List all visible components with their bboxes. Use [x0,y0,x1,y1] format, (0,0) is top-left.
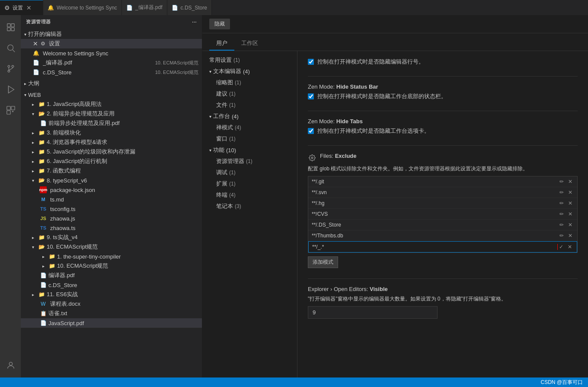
nav-common-settings[interactable]: 常用设置 (1) [202,54,297,66]
nav-zen-mode-label: 禅模式 [216,124,233,131]
exclude-item-cvs-edit[interactable]: ✏ [558,211,565,217]
exclude-item-hg-edit[interactable]: ✏ [558,200,565,207]
exclude-item-git-delete[interactable]: ✕ [567,178,574,185]
add-pattern-button[interactable]: 添加模式 [308,256,338,268]
nav-minimap[interactable]: 缩略图 (1) [202,77,297,88]
files-exclude-prefix: Files: [320,153,335,159]
file-zhaowa-js-icon: JS [40,215,47,222]
nav-features[interactable]: ▾ 功能 (10) [202,144,297,156]
file-async-pdf[interactable]: 📄 前端异步处理规范及应用.pdf [21,118,202,128]
nav-text-editor[interactable]: ▾ 文本编辑器 (4) [202,66,297,77]
exclude-item-hg-delete[interactable]: ✕ [567,200,574,207]
outline-title[interactable]: ▸ 大纲 [21,79,202,88]
folder-async[interactable]: ▾ 📂 2. 前端异步处理规范及应用 [21,109,202,118]
folder-browser-events[interactable]: ▸ 📁 4. 浏览器事件模型&请求 [21,138,202,147]
file-c-ds-store[interactable]: 📄 c.DS_Store [21,280,202,290]
nav-explorer[interactable]: 资源管理器 (1) [202,156,297,167]
exclude-item-git-edit[interactable]: ✏ [558,178,565,185]
nav-window[interactable]: 窗口 (1) [202,133,297,144]
folder-es6[interactable]: ▸ 📁 11. ES6实战 [21,290,202,299]
nav-suggest-badge: (1) [229,91,236,97]
tab-ds-store[interactable]: 📄 c.DS_Store [167,0,212,15]
file-course-docx-icon: W [40,301,47,307]
zen-line-numbers-checkbox[interactable] [308,59,314,65]
file-package-lock[interactable]: npm package-lock.json [21,185,202,195]
tab-welcome-sync[interactable]: 🔔 Welcome to Settings Sync [43,0,122,15]
nav-extensions-nav[interactable]: 扩展 (1) [202,178,297,189]
nav-terminal[interactable]: 终端 (4) [202,189,297,201]
open-editor-settings[interactable]: ✕ ⚙ 设置 [21,39,202,48]
nav-debug[interactable]: 调试 (1) [202,167,297,178]
file-ts-md[interactable]: M ts.md [21,195,202,204]
nav-files[interactable]: 文件 (1) [202,99,297,111]
folder-ecmascript-sub[interactable]: ▸ 📁 10. ECMAScript规范 [21,261,202,271]
exclude-item-editing-confirm[interactable]: ✓ [558,243,565,250]
activity-explorer-icon[interactable] [2,19,19,36]
explorer-open-editors-input[interactable] [308,306,438,319]
web-title[interactable]: ▾ WEB [21,90,202,99]
settings-tab-icon: ⚙ [4,4,10,11]
activity-source-control-icon[interactable] [2,60,19,77]
file-javascript-pdf[interactable]: 📄 JavaScript.pdf [21,318,202,328]
exclude-item-thumbs-delete[interactable]: ✕ [567,232,574,239]
nav-notebook[interactable]: 笔记本 (3) [202,201,297,212]
sidebar-more-icon[interactable]: ··· [192,19,197,25]
activity-extensions-icon[interactable] [2,102,19,119]
explorer-open-editors-header: Explorer › Open Editors: Visible [308,286,578,292]
file-yaque-txt[interactable]: 📋 语雀.txt [21,309,202,318]
folder-runtime-icon: 📁 [38,158,45,165]
nav-workbench[interactable]: ▾ 工作台 (4) [202,111,297,122]
folder-js-advanced[interactable]: ▸ 📁 1. JavaScript高级用法 [21,99,202,109]
exclude-item-thumbs-edit[interactable]: ✏ [558,232,565,239]
exclude-item-ds-store-actions: ✏ ✕ [558,221,574,228]
folder-functional-label: 7. 函数式编程 [47,167,198,175]
tab-user[interactable]: 用户 [209,37,234,51]
open-editor-ds-store[interactable]: 📄 c.DS_Store 10. ECMAScript规范 [21,67,202,77]
tab-ds-store-label: c.DS_Store [181,5,207,11]
open-editor-welcome-sync[interactable]: 🔔 Welcome to Settings Sync [21,48,202,58]
file-zhaowa-ts[interactable]: TS zhaowa.ts [21,223,202,233]
folder-ecmascript-icon: 📂 [38,243,45,250]
zen-hide-tabs-prefix: Zen Mode: [308,118,336,125]
open-editor-compiler-pdf[interactable]: 📄 _编译器.pdf 10. ECMAScript规范 [21,58,202,67]
tab-workspace[interactable]: 工作区 [234,37,265,51]
exclude-item-svn-delete[interactable]: ✕ [567,189,574,196]
file-compiler-pdf[interactable]: 📄 编译器.pdf [21,271,202,280]
nav-suggest[interactable]: 建议 (1) [202,88,297,99]
tab-compiler-pdf[interactable]: 📄 _编译器.pdf [122,0,167,15]
ds-store-file-icon: 📄 [33,69,39,75]
exclude-item-cvs-delete[interactable]: ✕ [567,211,574,217]
exclude-item-hg: **/.hg ✏ ✕ [308,198,577,209]
zen-hide-tabs-checkbox[interactable] [308,128,314,134]
exclude-editing-input[interactable] [312,244,557,250]
exclude-item-svn-edit[interactable]: ✏ [558,189,565,196]
folder-module[interactable]: ▸ 📁 3. 前端模块化 [21,128,202,138]
folder-ecmascript[interactable]: ▾ 📂 10. ECMAScript规范 [21,242,202,252]
folder-ts-v4[interactable]: ▸ 📁 9. ts实战_v4 [21,233,202,242]
file-yaque-txt-label: 语雀.txt [48,310,198,317]
zen-hide-status-bar-checkbox[interactable] [308,93,314,99]
folder-ts-v6[interactable]: ▾ 📂 8. typeScript_v6 [21,176,202,185]
nav-minimap-label: 缩略图 [216,79,233,86]
folder-gc[interactable]: ▸ 📁 5. JavaScript的垃圾回收和内存泄漏 [21,147,202,157]
activity-account-icon[interactable] [2,357,19,374]
open-editors-title[interactable]: ▾ 打开的编辑器 [21,29,202,39]
exclude-item-ds-store-edit[interactable]: ✏ [558,221,565,228]
nav-zen-mode[interactable]: 禅模式 (4) [202,122,297,133]
folder-functional[interactable]: ▸ 📁 7. 函数式编程 [21,166,202,176]
exclude-item-ds-store-delete[interactable]: ✕ [567,221,574,228]
exclude-item-editing-cancel[interactable]: ✕ [566,243,573,250]
files-exclude-gear-icon[interactable] [308,154,316,162]
zen-hide-status-bar-checkbox-row: 控制在打开禅模式时是否隐藏工作台底部的状态栏。 [308,93,578,100]
folder-runtime[interactable]: ▸ 📁 6. JavaScript的运行机制 [21,157,202,166]
file-tsconfig[interactable]: TS tsconfig.ts [21,204,202,214]
folder-ts-v6-chevron: ▾ [29,177,36,184]
file-course-docx[interactable]: W 课程表.docx [21,299,202,309]
folder-super-tiny-compiler[interactable]: ▸ 📁 1. the-super-tiny-compiler [21,252,202,261]
activity-search-icon[interactable] [2,39,19,57]
file-zhaowa-js[interactable]: JS zhaowa.js [21,214,202,223]
tab-settings[interactable]: ⚙ 设置 ✕ [0,0,43,15]
tab-settings-close[interactable]: ✕ [26,4,32,11]
hide-button[interactable]: 隐藏 [209,19,230,29]
activity-run-icon[interactable] [2,81,19,98]
